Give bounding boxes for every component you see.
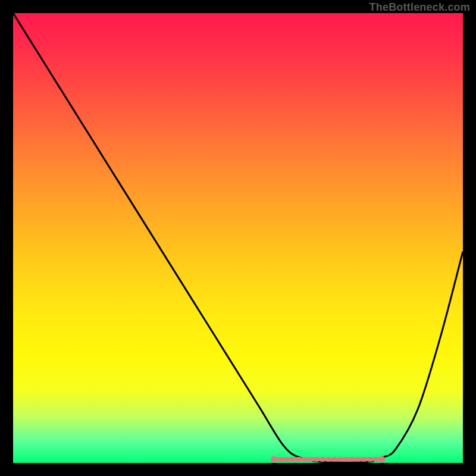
plot-gradient-background: [13, 13, 463, 463]
chart-container: TheBottleneck.com: [0, 0, 476, 476]
watermark-text: TheBottleneck.com: [369, 1, 470, 14]
